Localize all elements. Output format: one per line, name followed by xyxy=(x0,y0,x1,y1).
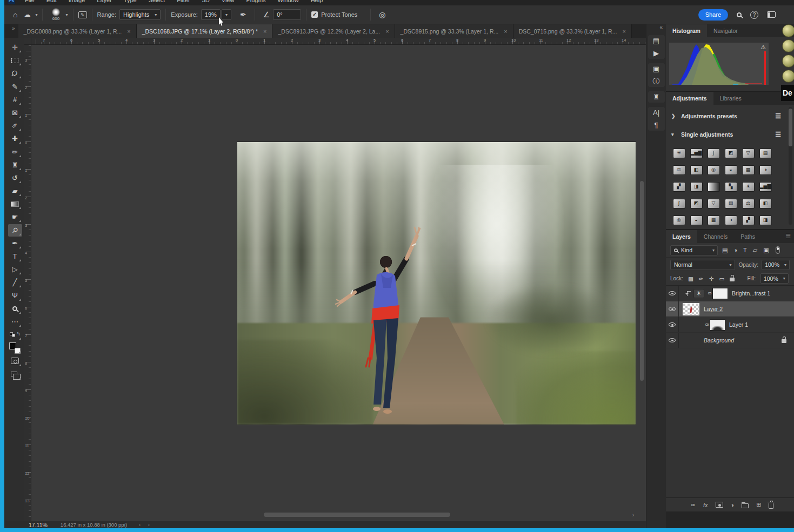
blend-mode-dropdown[interactable]: Normal ▾ xyxy=(670,260,735,270)
close-icon[interactable]: × xyxy=(263,28,266,35)
tab-layers[interactable]: Layers xyxy=(666,230,697,243)
actions-panel-icon[interactable]: ▶ xyxy=(653,50,659,57)
paragraph-panel-icon[interactable]: ¶ xyxy=(655,122,658,129)
frame-tool[interactable]: ⊠ xyxy=(8,106,22,119)
color-swatches[interactable] xyxy=(8,341,22,354)
add-layer-mask-icon[interactable] xyxy=(716,502,723,508)
threshold-adjustment[interactable]: ◨ xyxy=(688,178,705,195)
help-icon[interactable]: ? xyxy=(750,11,758,19)
visibility-toggle[interactable] xyxy=(666,301,679,316)
brush-tool[interactable]: ✏ xyxy=(8,146,22,158)
chevron-down-icon[interactable]: ▾ xyxy=(35,12,37,17)
posterize-adjustment[interactable]: ▞ xyxy=(670,178,688,195)
exposure-adjustment[interactable]: ◩ xyxy=(688,195,705,212)
gradient-map-adjustment[interactable] xyxy=(705,178,722,195)
threshold-adjustment[interactable]: ◨ xyxy=(757,212,774,228)
close-icon[interactable]: × xyxy=(622,28,625,35)
levels-adjustment[interactable]: ▂▅▇ xyxy=(757,178,774,195)
filter-shape-layers-icon[interactable]: ▱ xyxy=(753,247,757,254)
invert-adjustment[interactable]: ◑ xyxy=(757,161,774,178)
tab-channels[interactable]: Channels xyxy=(697,230,734,243)
color-balance-adjustment[interactable]: ⚖ xyxy=(739,195,757,212)
kind-filter-dropdown[interactable]: Kind ▾ xyxy=(670,245,718,255)
menu-file[interactable]: File xyxy=(25,0,35,3)
canvas-area[interactable]: 76543210123456789101112131415 3210123456… xyxy=(24,38,646,521)
path-selection-tool[interactable]: ▷ xyxy=(8,263,22,275)
home-icon[interactable]: ⌂ xyxy=(10,10,21,19)
pen-tool[interactable]: ✒ xyxy=(8,237,22,250)
pen-pressure-icon[interactable]: ◎ xyxy=(376,10,389,19)
document-tab[interactable]: _DSC8915.png @ 33.3% (Layer 1, R...× xyxy=(395,24,513,38)
new-adjustment-layer-icon[interactable]: ◑ xyxy=(731,502,735,508)
lock-transparency-icon[interactable]: ▩ xyxy=(688,275,693,282)
document-tab[interactable]: _DSC1068.JPG @ 17.1% (Layer 2, RGB/8*) *… xyxy=(137,24,273,38)
object-selection-tool[interactable]: ✎ xyxy=(8,80,22,93)
lock-pixels-icon[interactable]: ✑ xyxy=(699,275,704,282)
lock-position-icon[interactable]: ✛ xyxy=(709,275,714,282)
menu-3d[interactable]: 3D xyxy=(202,0,210,3)
zoom-tool[interactable] xyxy=(8,302,22,315)
photo-filter-adjustment[interactable]: ◎ xyxy=(705,161,722,178)
line-tool[interactable]: ╱ xyxy=(8,276,22,288)
color-balance-adjustment[interactable]: ⚖ xyxy=(670,161,688,178)
single-adjustments-row[interactable]: ▾ Single adjustments ☰ xyxy=(666,127,794,142)
levels-adjustment[interactable]: ▂▅▇ xyxy=(688,145,705,161)
brightness-contrast-adjustment[interactable]: ☀ xyxy=(670,145,688,161)
panel-menu-icon[interactable]: ☰ xyxy=(785,233,791,240)
close-icon[interactable]: × xyxy=(127,28,130,35)
tab-paths[interactable]: Paths xyxy=(734,230,762,243)
swap-colors[interactable]: ↰ xyxy=(8,328,22,341)
color-lookup-adjustment[interactable]: ▦ xyxy=(705,212,722,228)
selective-color-adjustment[interactable]: ▚ xyxy=(722,178,739,195)
adjustments-presets-row[interactable]: ❯ Adjustments presets ☰ xyxy=(666,109,794,123)
layer-row-background[interactable]: Background xyxy=(666,333,794,348)
link-layers-icon[interactable]: 8 xyxy=(690,502,696,508)
adjustments-scrollbar[interactable] xyxy=(789,107,792,225)
layer-mask-thumbnail[interactable] xyxy=(710,319,725,331)
type-tool[interactable]: T xyxy=(8,250,22,262)
workspace-icon[interactable] xyxy=(767,11,776,18)
menu-type[interactable]: Type xyxy=(124,0,137,3)
brush-preset-picker[interactable]: 600 xyxy=(48,8,64,21)
layer-row-layer-2[interactable]: Layer 2 xyxy=(666,301,794,317)
curves-adjustment[interactable]: ʃ xyxy=(705,145,722,161)
curves-adjustment[interactable]: ʃ xyxy=(670,195,688,212)
angle-input[interactable]: 0° xyxy=(273,9,301,20)
document-image[interactable] xyxy=(237,142,636,425)
eraser-tool[interactable]: ▰ xyxy=(8,185,22,197)
share-button[interactable]: Share xyxy=(698,9,728,21)
hand-tool[interactable]: Ψ xyxy=(8,289,22,302)
zoom-level[interactable]: 17.11% xyxy=(29,522,48,528)
gradient-tool[interactable] xyxy=(8,198,22,210)
vertical-ruler[interactable]: 3210123456789101112131415 xyxy=(24,45,31,521)
layer-name[interactable]: Brightn...trast 1 xyxy=(732,290,770,297)
filter-adjustment-layers-icon[interactable]: ◑ xyxy=(733,247,737,253)
more-tools[interactable]: ⋯ xyxy=(8,315,22,328)
history-brush-tool[interactable]: ↺ xyxy=(8,172,22,184)
vibrance-adjustment[interactable]: ▽ xyxy=(705,195,722,212)
menu-window[interactable]: Window xyxy=(278,0,299,3)
vibrance-adjustment[interactable]: ▽ xyxy=(739,145,757,161)
menu-help[interactable]: Help xyxy=(311,0,323,3)
marquee-tool[interactable] xyxy=(8,54,22,66)
cloud-sync-icon[interactable]: ☁ xyxy=(21,11,34,18)
fill-dropdown[interactable]: 100% ▾ xyxy=(760,273,789,284)
dodge-tool[interactable]: ⚲ xyxy=(8,224,22,237)
tab-overflow-icon[interactable]: » xyxy=(4,24,18,38)
channel-mixer-adjustment[interactable]: ◒ xyxy=(688,212,705,228)
hue-saturation-adjustment[interactable]: ▤ xyxy=(722,195,739,212)
list-view-icon[interactable]: ☰ xyxy=(775,112,781,120)
delete-layer-icon[interactable] xyxy=(769,501,773,509)
layer-row-brightn-trast-1[interactable]: ☀8Brightn...trast 1 xyxy=(666,286,794,301)
move-tool[interactable]: ✛ xyxy=(8,41,22,53)
status-arrows[interactable]: ›‹ xyxy=(139,522,157,528)
menu-image[interactable]: Image xyxy=(69,0,85,3)
eyedropper-tool[interactable]: ✑ xyxy=(8,119,22,132)
close-icon[interactable]: × xyxy=(385,28,389,35)
ruler-origin[interactable] xyxy=(24,38,31,45)
filter-toggle-switch[interactable] xyxy=(776,246,780,254)
history-panel-icon[interactable]: ▤ xyxy=(653,37,659,44)
exposure-chevron[interactable]: ▾ xyxy=(222,9,231,20)
smudge-tool[interactable]: ☛ xyxy=(8,211,22,223)
horizontal-scrollbar[interactable] xyxy=(264,513,450,517)
